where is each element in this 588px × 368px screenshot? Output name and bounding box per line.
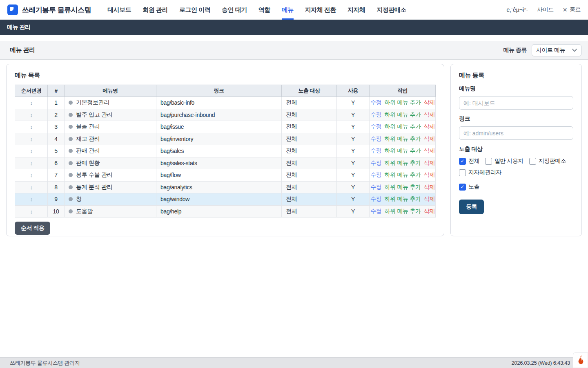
menu-name-input[interactable] — [459, 96, 573, 110]
row-number: 8 — [48, 181, 65, 193]
drag-handle[interactable]: ↕ — [15, 205, 48, 218]
checkbox-designated-store[interactable]: ✓ 지정판매소 — [529, 157, 566, 165]
delete-link[interactable]: 삭제 — [424, 135, 435, 142]
edit-link[interactable]: 수정 — [370, 111, 381, 118]
apply-order-button[interactable]: 순서 적용 — [15, 222, 50, 235]
edit-link[interactable]: 수정 — [370, 159, 381, 166]
drag-handle[interactable]: ↕ — [15, 121, 48, 133]
menu-link-input[interactable] — [459, 126, 573, 140]
menu-target: 전체 — [282, 169, 337, 182]
nav-item-login-history[interactable]: 로그인 이력 — [174, 0, 216, 20]
edit-link[interactable]: 수정 — [370, 99, 381, 105]
menu-type-select[interactable]: 사이트 메뉴 — [532, 44, 581, 56]
drag-handle[interactable]: ↕ — [15, 181, 48, 193]
delete-link[interactable]: 삭제 — [424, 147, 435, 154]
edit-link[interactable]: 수정 — [370, 135, 381, 142]
delete-link[interactable]: 삭제 — [424, 171, 435, 178]
menu-link: bag/sales-stats — [156, 157, 282, 169]
menu-link: bag/issue — [156, 121, 282, 133]
nav-item-dashboard[interactable]: 대시보드 — [102, 0, 137, 20]
menu-register-card: 메뉴 등록 메뉴명 링크 노출 대상 ✓ 전체 ✓ 일반 사용자 ✓ 지정판매소… — [450, 64, 582, 236]
drag-handle[interactable]: ↕ — [15, 169, 48, 182]
site-link[interactable]: 사이트 — [537, 6, 554, 13]
col-link: 링크 — [156, 85, 282, 97]
delete-link[interactable]: 삭제 — [424, 123, 435, 130]
nav-item-municipality[interactable]: 지자체 — [342, 0, 371, 20]
delete-link[interactable]: 삭제 — [424, 195, 435, 202]
brand[interactable]: 쓰레기봉투 물류시스템 — [7, 4, 91, 15]
delete-link[interactable]: 삭제 — [424, 184, 435, 190]
checkbox-icon[interactable]: ✓ — [529, 158, 536, 165]
menu-link: bag/sales — [156, 145, 282, 157]
checkbox-municipality-admin[interactable]: ✓ 지자체관리자 — [459, 169, 501, 176]
add-submenu-link[interactable]: 하위 메뉴 추가 — [384, 111, 421, 118]
menu-link: bag/basic-info — [156, 97, 282, 109]
nav-item-members[interactable]: 회원 관리 — [137, 0, 174, 20]
add-submenu-link[interactable]: 하위 메뉴 추가 — [384, 159, 421, 166]
col-actions: 작업 — [370, 85, 436, 97]
add-submenu-link[interactable]: 하위 메뉴 추가 — [384, 184, 421, 190]
delete-link[interactable]: 삭제 — [424, 99, 435, 105]
drag-handle[interactable]: ↕ — [15, 109, 48, 121]
edit-link[interactable]: 수정 — [370, 184, 381, 190]
add-submenu-link[interactable]: 하위 메뉴 추가 — [384, 195, 421, 202]
checkbox-expose[interactable]: ✓ 노출 — [459, 183, 573, 191]
edit-link[interactable]: 수정 — [370, 147, 381, 154]
debug-toolbar-button[interactable] — [573, 352, 588, 368]
nav-item-roles[interactable]: 역할 — [253, 0, 276, 20]
checkbox-all[interactable]: ✓ 전체 — [459, 157, 479, 165]
col-name: 메뉴명 — [65, 85, 156, 97]
delete-link[interactable]: 삭제 — [424, 208, 435, 214]
menu-link: bag/window — [156, 193, 282, 206]
menu-name: 기본정보관리 — [76, 99, 109, 105]
drag-handle[interactable]: ↕ — [15, 97, 48, 109]
drag-handle[interactable]: ↕ — [15, 157, 48, 169]
checkbox-general-user[interactable]: ✓ 일반 사용자 — [485, 157, 523, 165]
checkbox-icon[interactable]: ✓ — [485, 158, 492, 165]
checkbox-icon[interactable]: ✓ — [459, 158, 466, 165]
breadcrumb: 메뉴 관리 — [7, 24, 30, 31]
bullet-icon — [69, 101, 73, 105]
nav-item-menu[interactable]: 메뉴 — [276, 0, 299, 20]
table-row: ↕ 4 재고 관리 bag/inventory 전체 Y 수정하위 메뉴 추가삭… — [15, 133, 436, 145]
row-number: 7 — [48, 169, 65, 182]
edit-link[interactable]: 수정 — [370, 208, 381, 214]
add-submenu-link[interactable]: 하위 메뉴 추가 — [384, 123, 421, 130]
checkbox-icon[interactable]: ✓ — [459, 184, 466, 191]
sort-vertical-icon: ↕ — [30, 112, 32, 118]
delete-link[interactable]: 삭제 — [424, 159, 435, 166]
app-logo-icon — [7, 4, 18, 15]
add-submenu-link[interactable]: 하위 메뉴 추가 — [384, 99, 421, 105]
table-header-row: 순서변경 # 메뉴명 링크 노출 대상 사용 작업 — [15, 85, 436, 97]
top-navbar: 쓰레기봉투 물류시스템 대시보드 회원 관리 로그인 이력 승인 대기 역할 메… — [0, 0, 588, 20]
target-label: 노출 대상 — [459, 146, 573, 153]
edit-link[interactable]: 수정 — [370, 123, 381, 130]
drag-handle[interactable]: ↕ — [15, 145, 48, 157]
add-submenu-link[interactable]: 하위 메뉴 추가 — [384, 171, 421, 178]
sort-vertical-icon: ↕ — [30, 209, 32, 215]
menu-use-flag: Y — [337, 205, 370, 218]
logout-button[interactable]: ✕ 종료 — [563, 6, 581, 13]
nav-item-designated-store[interactable]: 지정판매소 — [371, 0, 412, 20]
delete-link[interactable]: 삭제 — [424, 111, 435, 118]
register-button[interactable]: 등록 — [459, 200, 484, 214]
menu-name: 봉투 수불 관리 — [76, 171, 112, 178]
edit-link[interactable]: 수정 — [370, 171, 381, 178]
sort-vertical-icon: ↕ — [30, 124, 32, 130]
add-submenu-link[interactable]: 하위 메뉴 추가 — [384, 208, 421, 214]
nav-item-municipality-switch[interactable]: 지자체 전환 — [299, 0, 342, 20]
drag-handle[interactable]: ↕ — [15, 193, 48, 206]
logout-label: 종료 — [570, 6, 581, 13]
add-submenu-link[interactable]: 하위 메뉴 추가 — [384, 135, 421, 142]
bullet-icon — [69, 137, 73, 141]
menu-use-flag: Y — [337, 169, 370, 182]
flame-icon — [577, 355, 585, 365]
add-submenu-link[interactable]: 하위 메뉴 추가 — [384, 147, 421, 154]
menu-link: bag/flow — [156, 169, 282, 182]
checkbox-icon[interactable]: ✓ — [459, 169, 466, 176]
menu-target: 전체 — [282, 121, 337, 133]
menu-table: 순서변경 # 메뉴명 링크 노출 대상 사용 작업 ↕ 1 기본정보관리 bag… — [15, 85, 436, 218]
edit-link[interactable]: 수정 — [370, 195, 381, 202]
drag-handle[interactable]: ↕ — [15, 133, 48, 145]
nav-item-approval-waiting[interactable]: 승인 대기 — [216, 0, 253, 20]
